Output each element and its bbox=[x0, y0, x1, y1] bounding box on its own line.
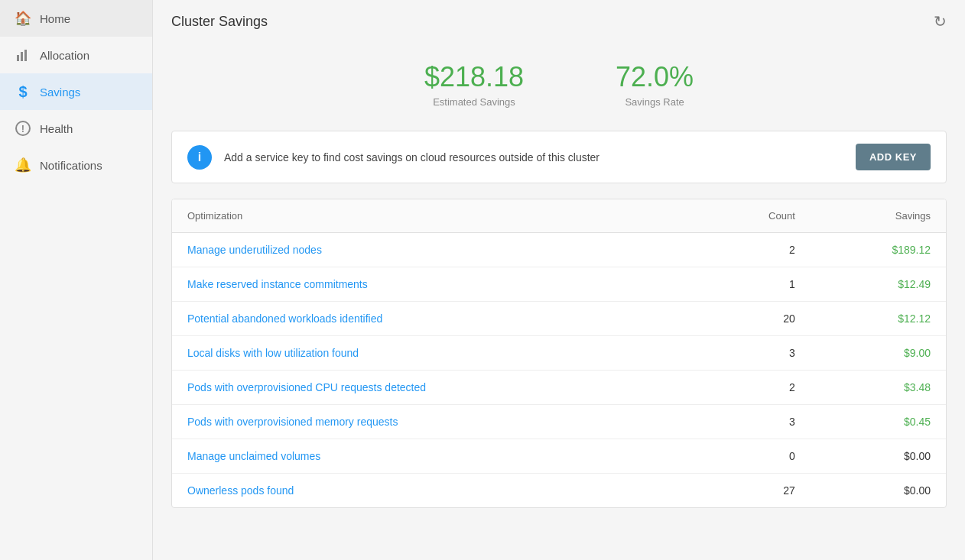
savings-cell: $3.48 bbox=[811, 371, 946, 405]
savings-cell: $0.00 bbox=[811, 439, 946, 474]
info-text: Add a service key to find cost savings o… bbox=[224, 151, 843, 163]
savings-cell: $12.12 bbox=[811, 302, 946, 336]
table-row: Pods with overprovisioned CPU requests d… bbox=[172, 371, 946, 405]
sidebar-item-label: Allocation bbox=[40, 49, 89, 62]
optimization-link[interactable]: Ownerless pods found bbox=[172, 474, 699, 508]
count-cell: 20 bbox=[699, 302, 811, 336]
optimization-link[interactable]: Local disks with low utilization found bbox=[172, 336, 699, 371]
estimated-savings-value: $218.18 bbox=[424, 61, 524, 93]
refresh-icon[interactable]: ↻ bbox=[934, 12, 947, 31]
col-savings: Savings bbox=[811, 199, 946, 233]
count-cell: 3 bbox=[699, 405, 811, 439]
table-row: Pods with overprovisioned memory request… bbox=[172, 405, 946, 439]
optimizations-table: Optimization Count Savings Manage underu… bbox=[171, 199, 947, 508]
svg-text:!: ! bbox=[21, 123, 24, 134]
optimization-link[interactable]: Manage underutilized nodes bbox=[172, 233, 699, 267]
svg-rect-1 bbox=[21, 52, 23, 61]
estimated-savings-block: $218.18 Estimated Savings bbox=[424, 61, 524, 108]
sidebar-item-label: Home bbox=[40, 12, 70, 25]
svg-rect-2 bbox=[24, 50, 27, 61]
home-icon: 🏠 bbox=[15, 11, 31, 26]
savings-rate-block: 72.0% Savings Rate bbox=[616, 61, 694, 108]
stats-row: $218.18 Estimated Savings 72.0% Savings … bbox=[153, 43, 965, 131]
sidebar-item-notifications[interactable]: 🔔 Notifications bbox=[0, 147, 152, 183]
savings-icon: $ bbox=[15, 84, 31, 99]
allocation-icon bbox=[15, 47, 31, 63]
table-row: Manage unclaimed volumes0$0.00 bbox=[172, 439, 946, 474]
savings-rate-label: Savings Rate bbox=[616, 96, 694, 108]
sidebar-item-home[interactable]: 🏠 Home bbox=[0, 0, 152, 37]
count-cell: 27 bbox=[699, 474, 811, 508]
count-cell: 0 bbox=[699, 439, 811, 474]
count-cell: 2 bbox=[699, 233, 811, 267]
table-row: Local disks with low utilization found3$… bbox=[172, 336, 946, 371]
savings-cell: $9.00 bbox=[811, 336, 946, 371]
svg-rect-0 bbox=[17, 55, 19, 61]
table-row: Ownerless pods found27$0.00 bbox=[172, 474, 946, 508]
info-banner: i Add a service key to find cost savings… bbox=[171, 131, 947, 183]
table-row: Manage underutilized nodes2$189.12 bbox=[172, 233, 946, 267]
notifications-icon: 🔔 bbox=[15, 157, 31, 173]
sidebar-item-health[interactable]: ! Health bbox=[0, 110, 152, 147]
table-row: Make reserved instance commitments1$12.4… bbox=[172, 267, 946, 302]
page-title: Cluster Savings bbox=[171, 14, 268, 30]
table-header-row: Optimization Count Savings bbox=[172, 199, 946, 233]
optimization-link[interactable]: Make reserved instance commitments bbox=[172, 267, 699, 302]
col-count: Count bbox=[699, 199, 811, 233]
sidebar: 🏠 Home Allocation $ Savings ! Health 🔔 N… bbox=[0, 0, 153, 560]
savings-rate-value: 72.0% bbox=[616, 61, 694, 93]
optimization-link[interactable]: Pods with overprovisioned memory request… bbox=[172, 405, 699, 439]
savings-cell: $0.45 bbox=[811, 405, 946, 439]
health-icon: ! bbox=[15, 121, 31, 136]
savings-cell: $12.49 bbox=[811, 267, 946, 302]
optimization-link[interactable]: Potential abandoned workloads identified bbox=[172, 302, 699, 336]
add-key-button[interactable]: ADD KEY bbox=[856, 144, 931, 170]
sidebar-item-label: Health bbox=[40, 122, 73, 135]
savings-cell: $0.00 bbox=[811, 474, 946, 508]
estimated-savings-label: Estimated Savings bbox=[424, 96, 524, 108]
savings-cell: $189.12 bbox=[811, 233, 946, 267]
table-row: Potential abandoned workloads identified… bbox=[172, 302, 946, 336]
sidebar-item-label: Savings bbox=[40, 86, 80, 99]
count-cell: 1 bbox=[699, 267, 811, 302]
optimization-link[interactable]: Pods with overprovisioned CPU requests d… bbox=[172, 371, 699, 405]
count-cell: 2 bbox=[699, 371, 811, 405]
main-content: Cluster Savings ↻ $218.18 Estimated Savi… bbox=[153, 0, 965, 560]
col-optimization: Optimization bbox=[172, 199, 699, 233]
info-icon: i bbox=[187, 145, 212, 170]
header: Cluster Savings ↻ bbox=[153, 0, 965, 43]
sidebar-item-savings[interactable]: $ Savings bbox=[0, 73, 152, 110]
sidebar-item-allocation[interactable]: Allocation bbox=[0, 37, 152, 73]
optimization-link[interactable]: Manage unclaimed volumes bbox=[172, 439, 699, 474]
sidebar-item-label: Notifications bbox=[40, 159, 102, 172]
count-cell: 3 bbox=[699, 336, 811, 371]
